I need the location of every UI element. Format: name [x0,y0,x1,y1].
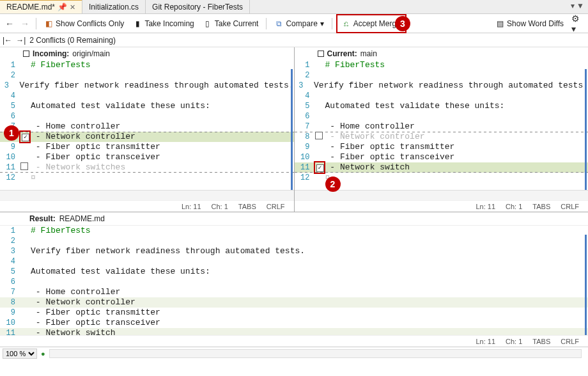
incoming-pane: 1 Incoming: origin/main 1# FiberTests 2 … [0,47,295,212]
conflicts-icon: ◧ [44,19,53,28]
result-header: Result: README.md [0,212,588,226]
current-header: Current: main [295,47,589,60]
compare-button[interactable]: ⧉Compare ▾ [270,16,327,31]
result-pane: Result: README.md 1# FiberTests 2 3Verif… [0,212,588,347]
conflict-checkbox-incoming-8[interactable] [22,134,29,141]
incoming-header: Incoming: origin/main [0,47,294,60]
tab-overflow[interactable]: ▾ ▼ [567,0,588,13]
bottom-bar: 100 % ● [0,347,588,359]
take-current-button[interactable]: ▯Take Current [199,16,263,31]
h-scrollbar-right[interactable] [295,190,589,200]
checkbox-2-highlight [314,161,325,174]
incoming-code[interactable]: 1# FiberTests 2 3Verify fiber network re… [0,60,294,190]
pane-icon [318,51,324,57]
pane-icon [23,51,29,57]
back-button[interactable]: ← [3,17,17,31]
current-code[interactable]: 1# FiberTests 2 3Verify fiber network re… [295,60,589,190]
conflict-checkbox-current-8[interactable] [315,132,323,139]
callout-1: 1 [4,125,19,141]
no-issues-icon[interactable]: ● [41,350,45,357]
status-result: Ln: 11Ch: 1TABSCRLF [0,335,588,347]
forward-button[interactable]: → [18,17,32,31]
zoom-select[interactable]: 100 % [3,349,37,359]
show-word-diffs-button[interactable]: ▤Show Word Diffs [491,16,568,31]
editor-tabs: README.md* 📌 ✕ Initialization.cs Git Rep… [0,0,588,14]
tab-readme[interactable]: README.md* 📌 ✕ [0,0,82,13]
take-current-icon: ▯ [203,19,212,28]
h-scrollbar-left[interactable] [0,190,294,200]
callout-3: 3 [395,16,410,31]
compare-icon: ⧉ [274,19,283,28]
show-conflicts-button[interactable]: ◧Show Conflicts Only [40,16,128,31]
prev-conflict-button[interactable]: |← [3,36,12,45]
close-icon[interactable]: ✕ [70,3,75,12]
tab-git-repository[interactable]: Git Repository - FiberTests [146,0,250,13]
current-pane: 2 Current: main 1# FiberTests 2 3Verify … [295,47,589,212]
h-scrollbar-result[interactable] [49,349,582,358]
tab-label: README.md* [6,3,55,12]
settings-button[interactable]: ⚙ ▾ [571,17,585,31]
merge-icon: ⎌ [342,19,351,28]
status-right: Ln: 11Ch: 1TABSCRLF [295,200,589,212]
checkbox-1-highlight [19,130,31,143]
conflict-checkbox-incoming-11[interactable] [20,162,28,170]
take-incoming-button[interactable]: ▮Take Incoming [129,16,197,31]
word-diff-icon: ▤ [495,19,504,28]
tab-initialization[interactable]: Initialization.cs [82,0,146,13]
status-left: Ln: 11Ch: 1TABSCRLF [0,200,294,212]
conflict-count: 2 Conflicts (0 Remaining) [29,36,116,45]
take-incoming-icon: ▮ [133,19,142,28]
next-conflict-button[interactable]: →| [16,36,26,45]
conflict-nav-bar: |← →| 2 Conflicts (0 Remaining) [0,33,588,47]
merge-toolbar: ← → ◧Show Conflicts Only ▮Take Incoming … [0,14,588,33]
callout-2: 2 [325,176,341,192]
conflict-checkbox-current-11[interactable] [316,164,324,172]
result-code[interactable]: 1# FiberTests 2 3Verify fiber network re… [0,226,588,335]
merge-panes: 1 Incoming: origin/main 1# FiberTests 2 … [0,47,588,212]
pin-icon[interactable]: 📌 [58,3,67,12]
